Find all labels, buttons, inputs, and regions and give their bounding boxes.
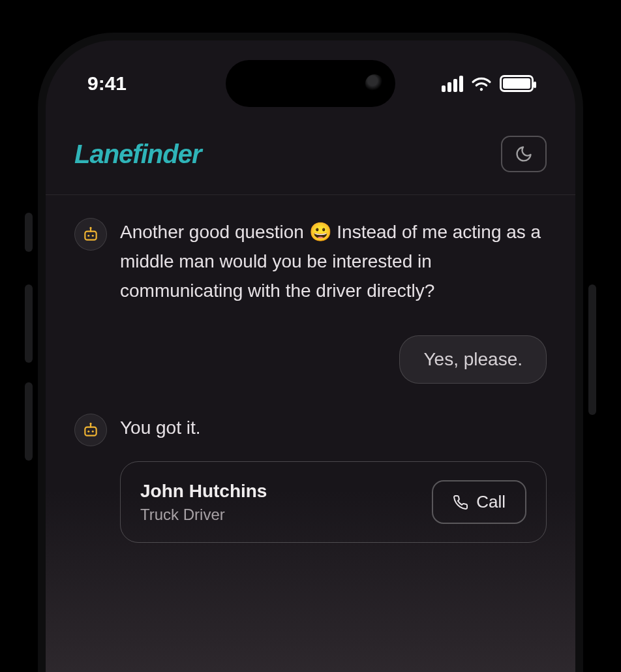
status-bar: 9:41 bbox=[46, 64, 575, 103]
robot-icon bbox=[82, 226, 99, 243]
cellular-signal-icon bbox=[442, 76, 463, 92]
phone-frame: 9:41 Lanefinder bbox=[29, 23, 592, 672]
svg-point-1 bbox=[89, 227, 91, 229]
svg-point-5 bbox=[89, 423, 91, 425]
phone-icon bbox=[453, 495, 468, 510]
svg-point-6 bbox=[87, 431, 89, 433]
bot-message-row: You got it. John Hutchins Truck Driver C bbox=[74, 414, 547, 543]
bot-avatar bbox=[74, 414, 107, 446]
moon-icon bbox=[515, 145, 533, 163]
user-message-row: Yes, please. bbox=[74, 335, 547, 384]
status-icons bbox=[442, 75, 534, 92]
volume-down-button[interactable] bbox=[25, 382, 33, 461]
contact-name: John Hutchins bbox=[140, 481, 267, 502]
contact-card[interactable]: John Hutchins Truck Driver Call bbox=[120, 461, 547, 543]
battery-icon bbox=[500, 75, 534, 92]
screen: 9:41 Lanefinder bbox=[46, 40, 575, 672]
contact-info: John Hutchins Truck Driver bbox=[140, 481, 267, 524]
svg-point-2 bbox=[87, 235, 89, 237]
bot-message-text: You got it. bbox=[120, 414, 547, 443]
chat-area: Another good question 😀 Instead of me ac… bbox=[46, 218, 575, 573]
mute-switch[interactable] bbox=[25, 213, 33, 252]
status-time: 9:41 bbox=[87, 72, 127, 95]
app-logo: Lanefinder bbox=[74, 140, 201, 169]
svg-point-7 bbox=[92, 431, 94, 433]
phone-bezel: 9:41 Lanefinder bbox=[38, 33, 583, 672]
user-message-bubble: Yes, please. bbox=[399, 335, 547, 384]
call-button-label: Call bbox=[476, 492, 506, 512]
volume-up-button[interactable] bbox=[25, 284, 33, 363]
robot-icon bbox=[82, 421, 99, 438]
bot-message-text: Another good question 😀 Instead of me ac… bbox=[120, 218, 547, 305]
bot-avatar bbox=[74, 218, 107, 251]
app-header: Lanefinder bbox=[46, 136, 575, 195]
call-button[interactable]: Call bbox=[432, 480, 526, 524]
theme-toggle-button[interactable] bbox=[501, 136, 547, 172]
svg-point-3 bbox=[92, 235, 94, 237]
svg-rect-0 bbox=[85, 232, 96, 240]
power-button[interactable] bbox=[588, 284, 596, 415]
bot-message-row: Another good question 😀 Instead of me ac… bbox=[74, 218, 547, 305]
wifi-icon bbox=[471, 76, 492, 91]
contact-role: Truck Driver bbox=[140, 506, 267, 524]
svg-rect-4 bbox=[85, 427, 96, 436]
